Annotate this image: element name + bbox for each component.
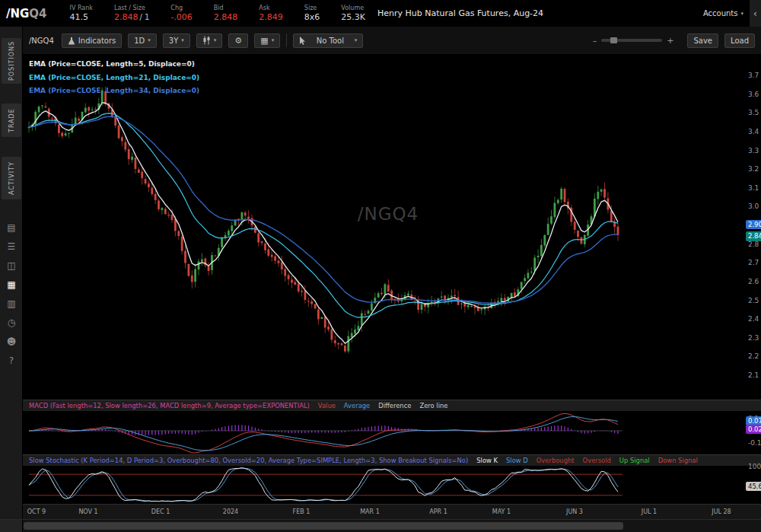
range-dropdown[interactable]: 3Y ▾ (163, 33, 190, 48)
drawing-tool-dropdown[interactable]: No Tool ▾ (293, 33, 363, 48)
stoch-legend-item-1[interactable]: Slow D (506, 457, 528, 464)
people-icon[interactable]: ☻ (0, 333, 23, 350)
field-value-text: 2.848 (214, 12, 238, 22)
candle-body (317, 310, 320, 320)
candlestick-icon (202, 36, 211, 45)
aggregation-value: 1D (134, 37, 145, 45)
help-icon[interactable]: ? (0, 352, 23, 369)
chart-style-dropdown[interactable]: ▾ (196, 33, 223, 48)
aggregation-dropdown[interactable]: 1D ▾ (128, 33, 157, 48)
watchlist-icon[interactable]: ☰ (0, 238, 23, 255)
symbol-title: /NGQ4 (6, 7, 47, 21)
macd-legend-item-3[interactable]: Zero line (419, 402, 447, 409)
candle-body (128, 149, 130, 159)
candle-body (334, 340, 336, 343)
price-axis-tick: 3.1 (748, 184, 759, 192)
macd-badge-1: 0.02 (746, 425, 761, 434)
chart-settings-button[interactable]: ⚙ (228, 33, 248, 48)
scrollbar-handle[interactable] (24, 522, 623, 530)
notes-icon[interactable]: ▤ (0, 219, 23, 236)
header-field-bid: Bid2.848 (214, 5, 238, 22)
candle-body (368, 311, 370, 314)
candlestick-chart[interactable] (23, 55, 761, 400)
save-button[interactable]: Save (687, 33, 718, 48)
stoch-legend-item-0[interactable]: Slow K (476, 457, 498, 464)
stoch-legend-item-4[interactable]: Up Signal (619, 457, 650, 464)
range-value: 3Y (169, 37, 178, 45)
ema-legend-line-2[interactable]: EMA (Price=CLOSE, Length=34, Displace=0) (29, 84, 199, 98)
candle-body (384, 284, 387, 294)
stoch-legend-item-2[interactable]: Overbought (537, 457, 575, 464)
collapse-panel-button[interactable]: ‹ (750, 0, 761, 27)
sidebar-tab-activity[interactable]: ACTIVITY (2, 157, 21, 199)
ema-legend-line-1[interactable]: EMA (Price=CLOSE, Length=21, Displace=0) (29, 72, 199, 85)
save-load-group: Save Load (687, 33, 755, 48)
candle-body (600, 190, 603, 192)
chart-workspace: /NGQ4 Indicators 1D ▾ 3Y ▾ ▾ ⚙ (23, 27, 761, 519)
ema-legend-line-0[interactable]: EMA (Price=CLOSE, Length=5, Displace=0) (29, 58, 199, 72)
stoch-legend-item-5[interactable]: Down Signal (658, 457, 698, 464)
candle-body (241, 212, 244, 220)
zoom-slider[interactable] (601, 39, 662, 42)
candle-body (307, 301, 310, 301)
price-axis-tick: 2.6 (748, 278, 759, 285)
zoom-slider-handle[interactable] (610, 37, 617, 43)
header-field-chg: Chg-.006 (170, 5, 192, 22)
candle-body (554, 203, 556, 218)
candle-body (208, 266, 210, 271)
macd-legend-item-1[interactable]: Average (344, 402, 370, 409)
stochastic-title[interactable]: Slow Stochastic (K Period=14, D Period=3… (29, 457, 468, 464)
candle-body (171, 215, 174, 220)
candle-body (441, 297, 443, 298)
candle-body (351, 333, 353, 338)
candle-body (504, 298, 506, 300)
price-axis-tick: 3.3 (748, 147, 759, 155)
header-field-iv-rank: IV Rank41.5 (70, 5, 93, 22)
candle-body (145, 179, 147, 183)
field-value: -.006 (170, 12, 192, 22)
sidebar-tab-positions[interactable]: POSITIONS (2, 38, 21, 84)
indicators-button[interactable]: Indicators (62, 33, 122, 48)
candle-body (228, 231, 230, 235)
candle-body (201, 260, 203, 262)
candle-body (284, 269, 286, 276)
chart-grid-dropdown[interactable]: ▦ ▾ (254, 33, 280, 48)
grid-apps-icon[interactable]: ▦ (0, 276, 23, 293)
candle-body (191, 276, 193, 282)
candle-body (454, 295, 456, 296)
time-axis-label: NOV 1 (78, 508, 97, 515)
time-axis-label: FEB 1 (293, 508, 310, 515)
indicators-label: Indicators (78, 37, 116, 45)
sidebar-tab-trade[interactable]: TRADE (2, 104, 21, 137)
price-axis-tick: 3.7 (748, 72, 759, 79)
stoch-legend-item-3[interactable]: Oversold (583, 457, 611, 464)
macd-value-line (29, 413, 618, 453)
trading-platform-window: /NGQ4 IV Rank41.5Last / Size2.848 / 1Chg… (0, 0, 761, 532)
zoom-out-button[interactable]: – (593, 36, 597, 46)
ema-21-line (29, 113, 618, 317)
price-axis-tick: 2.4 (748, 315, 759, 323)
clock-icon[interactable]: ◷ (0, 314, 23, 331)
macd-title[interactable]: MACD (Fast length=12, Slow length=26, MA… (29, 402, 310, 409)
candle-body (407, 294, 409, 296)
candle-body (331, 330, 333, 340)
macd-legend-item-2[interactable]: Difference (378, 402, 411, 409)
field-value: 2.849 (259, 12, 283, 22)
candle-body (298, 284, 300, 291)
candle-body (533, 258, 536, 271)
field-value-text: 2.848 (114, 12, 139, 22)
candle-body (341, 343, 343, 346)
field-value-text: 2.849 (259, 12, 283, 22)
package-icon[interactable]: ◫ (0, 257, 23, 274)
zoom-in-button[interactable]: + (667, 36, 673, 46)
stochastic-panel: Slow Stochastic (K Period=14, D Period=3… (23, 454, 761, 504)
macd-legend-item-0[interactable]: Value (318, 402, 336, 409)
chart-icon[interactable]: ▥ (0, 295, 23, 312)
accounts-dropdown[interactable]: Accounts ▾ (703, 9, 750, 18)
candle-body (154, 194, 157, 200)
tool-value: No Tool (317, 37, 344, 45)
candle-body (261, 241, 263, 243)
load-button[interactable]: Load (724, 33, 755, 48)
time-axis-label: APR 1 (429, 508, 447, 515)
candle-body (151, 188, 153, 195)
